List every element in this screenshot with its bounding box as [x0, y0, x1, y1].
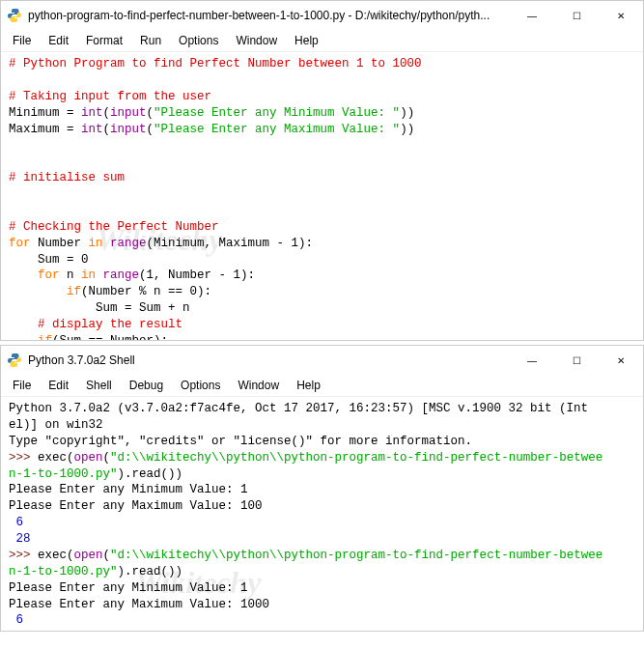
- shell-line: n-1-to-1000.py").read()): [9, 467, 182, 481]
- shell-title: Python 3.7.0a2 Shell: [28, 353, 135, 367]
- menu-run[interactable]: Run: [132, 32, 169, 49]
- close-button[interactable]: ✕: [599, 346, 643, 375]
- editor-window: python-program-to-find-perfect-number-be…: [0, 0, 644, 341]
- shell-titlebar: Python 3.7.0a2 Shell — ☐ ✕: [1, 346, 643, 375]
- maximize-button[interactable]: ☐: [554, 346, 599, 375]
- editor-code-area[interactable]: # Python Program to find Perfect Number …: [1, 52, 643, 340]
- code-line: for Number in range(Minimum, Maximum - 1…: [9, 237, 313, 250]
- window-controls: — ☐ ✕: [510, 1, 643, 30]
- shell-line: 28: [9, 630, 38, 631]
- menu-edit[interactable]: Edit: [41, 32, 76, 49]
- menu-format[interactable]: Format: [78, 32, 130, 49]
- code-line: # display the result: [9, 318, 182, 331]
- menu-file[interactable]: File: [5, 377, 39, 394]
- shell-line: Please Enter any Maximum Value: 100: [9, 499, 263, 513]
- code-line: Maximum = int(input("Please Enter any Ma…: [9, 123, 414, 136]
- code-line: if(Number % n == 0):: [9, 285, 211, 298]
- window-controls: — ☐ ✕: [510, 346, 643, 375]
- menu-help[interactable]: Help: [289, 377, 328, 394]
- shell-line: Type "copyright", "credits" or "license(…: [9, 435, 472, 448]
- minimize-button[interactable]: —: [510, 346, 554, 375]
- close-button[interactable]: ✕: [599, 1, 643, 30]
- shell-menubar: File Edit Shell Debug Options Window Hel…: [1, 375, 643, 397]
- code-line: for n in range(1, Number - 1):: [9, 268, 255, 282]
- shell-line: Please Enter any Minimum Value: 1: [9, 483, 248, 496]
- code-line: if(Sum == Number):: [9, 334, 168, 340]
- menu-debug[interactable]: Debug: [122, 377, 171, 394]
- menu-options[interactable]: Options: [173, 377, 228, 394]
- shell-line: Please Enter any Minimum Value: 1: [9, 581, 248, 595]
- menu-file[interactable]: File: [5, 32, 39, 49]
- editor-title: python-program-to-find-perfect-number-be…: [28, 9, 490, 22]
- code-line: # Checking the Perfect Number: [9, 220, 219, 234]
- shell-line: 6: [9, 516, 31, 529]
- shell-output-area[interactable]: Python 3.7.0a2 (v3.7.0a2:f7ac4fe, Oct 17…: [1, 397, 643, 631]
- shell-line: n-1-to-1000.py").read()): [9, 565, 182, 578]
- titlebar-left: python-program-to-find-perfect-number-be…: [7, 8, 490, 23]
- menu-shell[interactable]: Shell: [78, 377, 120, 394]
- editor-menubar: File Edit Format Run Options Window Help: [1, 30, 643, 52]
- shell-line: 6: [9, 613, 31, 627]
- menu-options[interactable]: Options: [171, 32, 226, 49]
- minimize-button[interactable]: —: [510, 1, 554, 30]
- code-line: Sum = 0: [9, 253, 89, 267]
- python-icon: [7, 8, 22, 23]
- menu-window[interactable]: Window: [228, 32, 285, 49]
- python-icon: [7, 353, 22, 368]
- code-line: # initialise sum: [9, 171, 125, 184]
- shell-line: >>> exec(open("d:\\wikitechy\\python\\py…: [9, 451, 602, 465]
- shell-window: Python 3.7.0a2 Shell — ☐ ✕ File Edit She…: [0, 345, 644, 632]
- editor-titlebar: python-program-to-find-perfect-number-be…: [1, 1, 643, 30]
- titlebar-left: Python 3.7.0a2 Shell: [7, 353, 135, 368]
- menu-edit[interactable]: Edit: [41, 377, 76, 394]
- shell-line: Python 3.7.0a2 (v3.7.0a2:f7ac4fe, Oct 17…: [9, 402, 588, 415]
- code-line: Minimum = int(input("Please Enter any Mi…: [9, 106, 414, 120]
- shell-line: 28: [9, 532, 38, 546]
- code-line: # Python Program to find Perfect Number …: [9, 57, 422, 71]
- code-line: Sum = Sum + n: [9, 301, 190, 315]
- menu-help[interactable]: Help: [287, 32, 326, 49]
- menu-window[interactable]: Window: [230, 377, 287, 394]
- shell-line: >>> exec(open("d:\\wikitechy\\python\\py…: [9, 549, 602, 562]
- shell-line: Please Enter any Maximum Value: 1000: [9, 598, 269, 611]
- maximize-button[interactable]: ☐: [554, 1, 599, 30]
- code-line: # Taking input from the user: [9, 90, 211, 103]
- shell-line: el)] on win32: [9, 418, 103, 432]
